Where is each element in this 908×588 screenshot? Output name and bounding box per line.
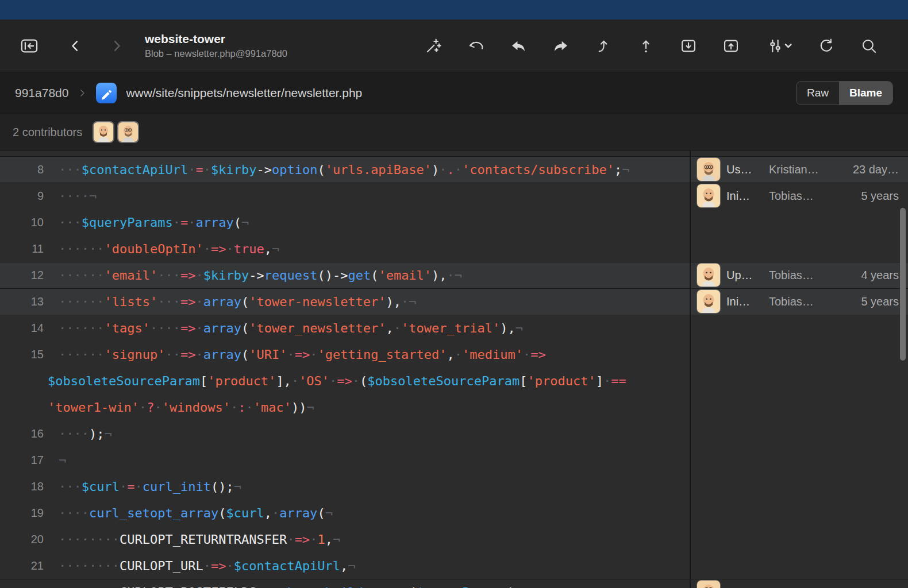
blame-entry[interactable]: Ini…Tobias…5 years xyxy=(691,183,908,209)
window-title-block: website-tower Blob – newsletter.php@991a… xyxy=(145,32,287,59)
blame-entry[interactable]: Up…Tobias…4 years xyxy=(691,262,908,288)
history-forward-icon[interactable] xyxy=(109,38,124,53)
code-line-9[interactable]: 9····¬ xyxy=(0,183,690,209)
code-text: 'tower1-win'·?·'windows'·:·'mac'))¬ xyxy=(48,400,314,415)
raw-button[interactable]: Raw xyxy=(797,82,839,105)
line-number: 13 xyxy=(11,295,44,308)
blame-button[interactable]: Blame xyxy=(839,82,892,105)
commit-date: 5 years xyxy=(848,189,899,203)
code-line-16[interactable]: 16····);¬ xyxy=(0,420,690,447)
merge-right-icon[interactable] xyxy=(552,37,570,55)
line-number: 22 xyxy=(11,586,44,588)
file-path: www/site/snippets/newsletter/newsletter.… xyxy=(126,86,362,100)
breadcrumb-chevron-icon xyxy=(76,87,88,99)
contributors-bar: 2 contributors xyxy=(0,114,908,150)
commit-author: Tobias… xyxy=(769,269,842,282)
undo-icon[interactable] xyxy=(467,37,485,55)
contributor-avatars xyxy=(93,121,139,143)
line-number: 15 xyxy=(11,348,44,361)
magic-wand-icon[interactable] xyxy=(424,37,443,55)
contributor-avatar[interactable] xyxy=(93,121,114,143)
stash-save-icon[interactable] xyxy=(679,37,698,55)
code-text: ······'lists'···=>·array('tower-newslett… xyxy=(59,295,417,309)
commit-message: Ini… xyxy=(726,295,763,308)
contributors-label: 2 contributors xyxy=(13,126,82,139)
code-line-21[interactable]: 21········CURLOPT_URL·=>·$contactApiUrl,… xyxy=(0,552,690,579)
code-text: ···$curl·=·curl_init();¬ xyxy=(59,479,241,494)
code-text: ······'email'···=>·$kirby->request()->ge… xyxy=(59,268,462,283)
code-text: ········CURLOPT_RETURNTRANSFER·=>·1,¬ xyxy=(59,532,340,547)
code-text: ····curl_setopt_array($curl,·array(¬ xyxy=(59,506,333,520)
line-number: 21 xyxy=(11,559,44,572)
code-line-17[interactable]: 17¬ xyxy=(0,447,690,473)
code-line-15[interactable]: 15······'signup'··=>·array('URI'·=>·'get… xyxy=(0,341,690,368)
code-line-14[interactable]: 14······'tags'····=>·array('tower_newsle… xyxy=(0,315,690,341)
blame-annotation-panel: Us…Kristian…23 day…Ini…Tobias…5 yearsUp…… xyxy=(690,150,908,588)
line-number: 17 xyxy=(11,454,44,467)
code-line-wrap[interactable]: 'tower1-win'·?·'windows'·:·'mac'))¬ xyxy=(0,394,690,420)
code-text: ········CURLOPT_URL·=>·$contactApiUrl,¬ xyxy=(59,559,356,573)
line-number: 16 xyxy=(11,427,44,440)
code-line-18[interactable]: 18···$curl·=·curl_init();¬ xyxy=(0,473,690,500)
git-config-dropdown-icon[interactable] xyxy=(764,37,793,55)
blame-entry[interactable]: Ini…Tobias…5 years xyxy=(691,288,908,315)
code-text: ········CURLOPT_POSTFIELDS·=>·http_build… xyxy=(59,585,530,588)
commit-message: Up… xyxy=(726,269,763,282)
line-number: 20 xyxy=(11,533,44,546)
line-number: 14 xyxy=(11,322,44,335)
code-text: ······'doubleOptIn'·=>·true,¬ xyxy=(59,242,279,256)
commit-author-avatar xyxy=(697,289,721,314)
view-mode-switch: Raw Blame xyxy=(796,81,893,105)
commit-author-avatar xyxy=(697,263,721,287)
blame-entry[interactable] xyxy=(691,579,908,588)
commit-date: 23 day… xyxy=(848,163,899,176)
line-number: 19 xyxy=(11,506,44,520)
window-titlebar xyxy=(0,0,908,20)
history-back-icon[interactable] xyxy=(68,38,83,53)
line-number: 8 xyxy=(11,163,44,176)
line-number: 12 xyxy=(11,269,44,282)
code-text: ····);¬ xyxy=(59,427,112,441)
code-line-22[interactable]: 22········CURLOPT_POSTFIELDS·=>·http_bui… xyxy=(0,579,690,588)
search-icon[interactable] xyxy=(860,37,878,55)
code-line-8[interactable]: 8···$contactApiUrl·=·$kirby->option('url… xyxy=(0,156,690,183)
commit-hash[interactable]: 991a78d0 xyxy=(15,86,68,100)
code-line-20[interactable]: 20········CURLOPT_RETURNTRANSFER·=>·1,¬ xyxy=(0,526,690,552)
push-icon[interactable] xyxy=(637,37,655,55)
code-text: $obsoleteSourceParam['product'],·'OS'·=>… xyxy=(48,374,626,388)
contributor-avatar[interactable] xyxy=(117,121,139,143)
code-line-13[interactable]: 13······'lists'···=>·array('tower-newsle… xyxy=(0,288,690,315)
vertical-scrollbar-thumb[interactable] xyxy=(900,208,906,361)
toggle-sidebar-icon[interactable] xyxy=(17,36,41,56)
line-number: 9 xyxy=(11,189,44,203)
code-line-wrap[interactable]: $obsoleteSourceParam['product'],·'OS'·=>… xyxy=(0,368,690,394)
repository-title: website-tower xyxy=(145,32,287,46)
refresh-icon[interactable] xyxy=(817,37,836,55)
code-text: ····¬ xyxy=(59,189,97,203)
blame-code-view: 8···$contactApiUrl·=·$kirby->option('url… xyxy=(0,150,908,588)
line-number: 11 xyxy=(11,242,44,256)
toolbar-nav-group xyxy=(0,36,124,56)
merge-left-icon[interactable] xyxy=(509,37,528,55)
commit-author: Tobias… xyxy=(769,295,842,308)
pull-icon[interactable] xyxy=(594,37,613,55)
blame-entry[interactable]: Us…Kristian…23 day… xyxy=(691,156,908,183)
commit-author: Kristian… xyxy=(769,163,842,176)
code-line-12[interactable]: 12······'email'···=>·$kirby->request()->… xyxy=(0,262,690,288)
line-number: 18 xyxy=(11,480,44,493)
toolbar-actions xyxy=(424,20,878,72)
tower-window: website-tower Blob – newsletter.php@991a… xyxy=(0,0,908,588)
stash-apply-icon[interactable] xyxy=(722,37,740,55)
commit-date: 4 years xyxy=(848,269,899,282)
code-text: ···$queryParams·=·array(¬ xyxy=(59,215,249,230)
code-text: ¬ xyxy=(59,453,66,467)
code-text: ···$contactApiUrl·=·$kirby->option('urls… xyxy=(59,163,630,177)
commit-author-avatar xyxy=(697,157,721,181)
commit-date: 5 years xyxy=(848,295,899,308)
code-line-11[interactable]: 11······'doubleOptIn'·=>·true,¬ xyxy=(0,235,690,262)
code-text: ······'tags'····=>·array('tower_newslett… xyxy=(59,321,523,335)
code-line-19[interactable]: 19····curl_setopt_array($curl,·array(¬ xyxy=(0,500,690,526)
toolbar: website-tower Blob – newsletter.php@991a… xyxy=(0,20,908,72)
code-line-10[interactable]: 10···$queryParams·=·array(¬ xyxy=(0,209,690,235)
commit-author-avatar xyxy=(697,184,721,208)
